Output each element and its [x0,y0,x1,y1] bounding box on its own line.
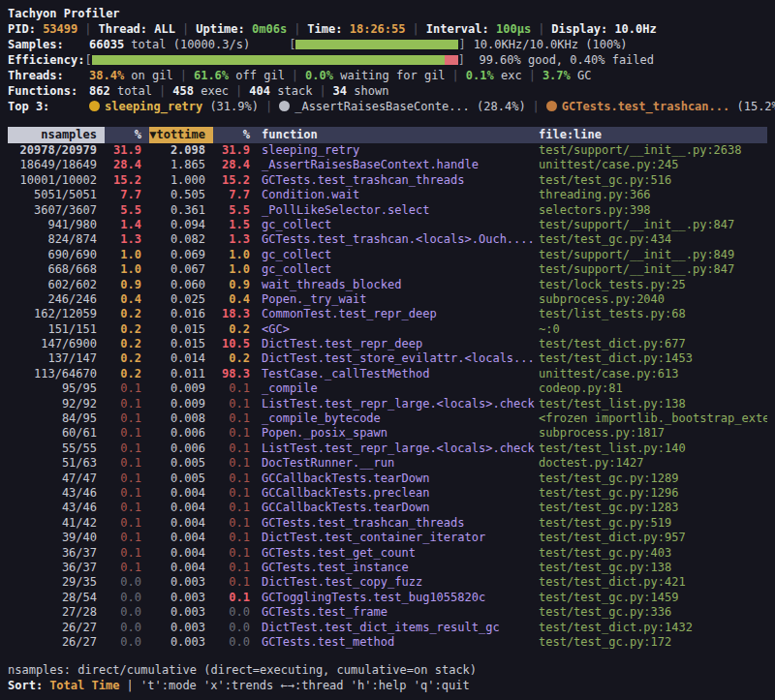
thread-stat-value-1: 61.6% [194,69,229,82]
separator: | [182,22,189,36]
table-row[interactable]: 824/8741.30.0821.3GCTests.test_trashcan.… [8,232,767,247]
direct-pct-cell: 0.1 [105,411,149,426]
top3-function-name-2: GCTests.test_trashcan... [562,100,737,113]
top3-function-name-0: sleeping_retry [105,100,209,113]
table-row[interactable]: 29/350.00.0030.1DictTest.test_copy_fuzzt… [8,575,767,590]
cumulative-pct-cell: 0.1 [213,411,258,426]
table-row[interactable]: 92/920.10.0090.1ListTest.test_repr_large… [8,397,767,411]
table-row[interactable]: 137/1470.20.0140.2DictTest.test_store_ev… [8,351,767,366]
top3-function-pct-1: (28.4%) [477,100,526,113]
efficiency-bar-open-bracket: [ [84,53,91,67]
nsamples-cell: 55/55 [8,441,105,456]
cumulative-pct-cell: 0.1 [213,472,258,486]
file-line-cell: test/test_dict.py:1453 [535,351,767,366]
info-label-0: PID: [8,22,43,36]
function-cell: _compile [258,381,535,396]
table-row[interactable]: 39/400.10.0040.1DictTest.test_container_… [8,531,767,545]
table-row[interactable]: 95/950.10.0090.1_compilecodeop.py:81 [8,381,767,396]
bronze-medal-icon [546,101,557,111]
function-cell: GCTests.test_trashcan_threads [258,516,535,531]
column-header-cumulative-pct[interactable]: % [213,127,258,143]
cumulative-pct-cell: 0.1 [213,531,258,545]
table-row[interactable]: 43/460.10.0040.1GCCallbackTests.tearDown… [8,501,767,515]
tottime-cell: 0.005 [149,472,213,486]
table-row[interactable]: 41/420.10.0040.1GCTests.test_trashcan_th… [8,516,767,531]
table-row[interactable]: 147/69000.20.01510.5DictTest.test_repr_d… [8,337,767,351]
table-row[interactable]: 18649/1864928.41.86528.4_AssertRaisesBas… [8,158,767,172]
separator: | [180,69,187,82]
table-row[interactable]: 690/6901.00.0691.0gc_collecttest/support… [8,248,767,262]
file-line-cell: test/list_tests.py:68 [535,307,767,321]
table-row[interactable]: 47/470.10.0050.1GCCallbackTests.tearDown… [8,472,767,486]
efficiency-progress-bar [92,55,458,65]
info-line: PID: 53499|Thread: ALL|Uptime: 0m06s|Tim… [8,21,767,37]
separator: | [533,100,540,113]
tottime-cell: 0.505 [149,188,213,202]
table-row[interactable]: 36/370.10.0040.1GCTests.test_get_countte… [8,546,767,561]
table-row[interactable]: 3607/36075.50.3615.5_PollLikeSelector.se… [8,203,767,218]
top3-line: Top 3:sleeping_retry (31.9%)|_AssertRais… [8,99,767,114]
function-cell: gc_collect [258,262,535,277]
thread-stat-name-2: waiting for gil [333,69,446,82]
function-cell: ListTest.test_repr_large.<locals>.check [258,397,535,411]
info-value-1: ALL [154,22,175,36]
function-stat-name-0: total [110,84,152,98]
table-row[interactable]: 10001/1000215.21.00015.2GCTests.test_tra… [8,173,767,188]
table-row[interactable]: 60/610.10.0060.1Popen._posix_spawnsubpro… [8,426,767,441]
tottime-cell: 0.005 [149,456,213,471]
function-cell: gc_collect [258,248,535,262]
nsamples-cell: 668/668 [8,262,105,277]
nsamples-cell: 246/246 [8,292,105,307]
direct-pct-cell: 0.1 [105,426,149,441]
direct-pct-cell: 0.0 [105,621,149,635]
table-row[interactable]: 55/550.10.0060.1ListTest.test_repr_large… [8,441,767,456]
table-row[interactable]: 43/460.10.0040.1GCCallbackTests.preclean… [8,486,767,501]
cumulative-pct-cell: 18.3 [213,307,258,321]
table-row[interactable]: 941/9801.40.0941.5gc_collecttest/support… [8,218,767,232]
separator: | [452,69,459,82]
column-header-function[interactable]: function [258,127,535,143]
file-line-cell: test/support/__init__.py:849 [535,248,767,262]
table-row[interactable]: 36/370.10.0040.1GCTests.test_instancetes… [8,561,767,575]
nsamples-cell: 84/95 [8,411,105,426]
nsamples-cell: 26/27 [8,621,105,635]
tottime-cell: 0.008 [149,411,213,426]
column-header-file-line[interactable]: file:line [535,127,767,143]
thread-stat-value-4: 3.7% [542,69,571,82]
sort-label: Sort: [8,679,43,692]
cumulative-pct-cell: 1.0 [213,262,258,277]
samples-bar-fill [295,40,458,49]
table-row[interactable]: 20978/2097931.92.09831.9sleeping_retryte… [8,143,767,158]
table-row[interactable]: 162/120590.20.01618.3CommonTest.test_rep… [8,307,767,321]
column-header-direct-pct[interactable]: % [105,127,149,143]
table-row[interactable]: 151/1510.20.0150.2<GC>~:0 [8,322,767,337]
samples-label: Samples: [8,37,89,52]
footer: nsamples: direct/cumulative (direct=exec… [8,662,767,693]
table-row[interactable]: 26/270.00.0030.0GCTests.test_methodtest/… [8,635,767,650]
table-row[interactable]: 5051/50517.70.5057.7Condition.waitthread… [8,188,767,202]
table-row[interactable]: 26/270.00.0030.0DictTest.test_dict_items… [8,621,767,635]
direct-pct-cell: 0.1 [105,441,149,456]
info-label-2: Uptime: [196,22,252,36]
column-header-nsamples[interactable]: nsamples [8,127,105,143]
nsamples-cell: 151/151 [8,322,105,337]
tottime-cell: 0.006 [149,426,213,441]
cumulative-pct-cell: 0.1 [213,561,258,575]
table-row[interactable]: 84/950.10.0080.1_compile_bytecode<frozen… [8,411,767,426]
file-line-cell: codeop.py:81 [535,381,767,396]
cumulative-pct-cell: 28.4 [213,158,258,172]
table-row[interactable]: 668/6681.00.0671.0gc_collecttest/support… [8,262,767,277]
table-row[interactable]: 246/2460.40.0250.4Popen._try_waitsubproc… [8,292,767,307]
direct-pct-cell: 0.1 [105,546,149,561]
table-body: 20978/2097931.92.09831.9sleeping_retryte… [8,143,767,650]
info-value-4: 100μs [496,22,531,36]
file-line-cell: test/test_dict.py:421 [535,575,767,590]
table-row[interactable]: 51/630.10.0050.1DocTestRunner.__rundocte… [8,456,767,471]
table-row[interactable]: 28/540.00.0030.1GCTogglingTests.test_bug… [8,591,767,605]
column-header-tottime[interactable]: ▼tottime [149,127,213,143]
efficiency-bar-good-fill [92,55,445,65]
cumulative-pct-cell: 0.4 [213,292,258,307]
table-row[interactable]: 113/646700.20.01198.3TestCase._callTestM… [8,367,767,381]
table-row[interactable]: 602/6020.90.0600.9wait_threads_blockedte… [8,278,767,292]
table-row[interactable]: 27/280.00.0030.0GCTests.test_frametest/t… [8,605,767,620]
